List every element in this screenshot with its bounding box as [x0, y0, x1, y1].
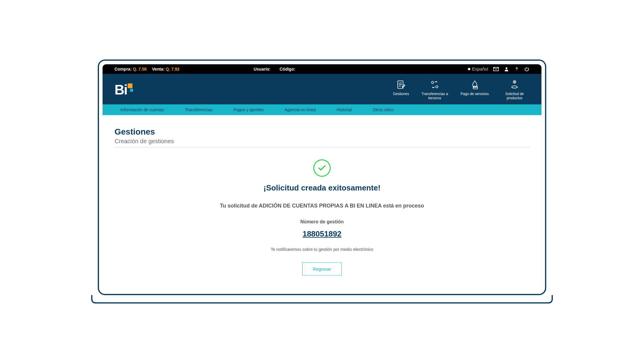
usuario-label: Usuario:	[254, 67, 271, 71]
action-gestiones[interactable]: Gestiones	[393, 79, 409, 100]
codigo-label: Código:	[280, 67, 295, 71]
droplet-card-icon	[469, 79, 480, 90]
power-icon[interactable]	[524, 66, 529, 72]
lang-dot-icon	[468, 68, 470, 70]
header-actions: Gestiones Transferencias a terceros Pago…	[393, 79, 529, 100]
compra-value: Q. 7.58	[133, 67, 146, 71]
logo[interactable]: Bi	[115, 83, 132, 97]
laptop-frame: Compra: Q. 7.58 Venta: Q. 7.92 Usuario: …	[98, 60, 546, 304]
notify-text: Te notificaremos sobre tu gestión por me…	[205, 247, 439, 252]
exchange-rates: Compra: Q. 7.58 Venta: Q. 7.92	[115, 67, 179, 71]
nav-agencia-linea[interactable]: Agencia en línea	[285, 107, 316, 112]
transfer-icon	[429, 79, 440, 90]
nav-transferencias[interactable]: Transferencias	[185, 107, 213, 112]
nav-historial[interactable]: Historial	[337, 107, 352, 112]
help-icon[interactable]	[514, 66, 519, 72]
action-transferencias[interactable]: Transferencias a terceros	[420, 79, 450, 100]
action-pago-servicios[interactable]: Pago de servicios	[460, 79, 489, 100]
success-title: ¡Solicitud creada exitosamente!	[205, 183, 439, 193]
topbar: Compra: Q. 7.58 Venta: Q. 7.92 Usuario: …	[103, 64, 541, 74]
success-check-icon	[313, 159, 331, 177]
action-gestiones-label: Gestiones	[393, 92, 409, 96]
svg-point-4	[436, 86, 438, 88]
action-transferencias-label: Transferencias a terceros	[420, 92, 450, 100]
logo-accent2-icon	[130, 89, 133, 92]
svg-point-3	[431, 81, 434, 83]
action-solicitud-productos[interactable]: Solicitud de productos	[500, 79, 529, 100]
page-title: Gestiones	[115, 127, 529, 137]
hand-plus-icon	[509, 79, 520, 90]
main-content: Gestiones Creación de gestiones ¡Solicit…	[103, 115, 541, 290]
action-pago-servicios-label: Pago de servicios	[460, 92, 489, 96]
gestion-number[interactable]: 188051892	[303, 229, 341, 239]
language-label: Español	[472, 66, 488, 71]
user-icon[interactable]	[504, 66, 509, 72]
compra-label: Compra:	[115, 67, 132, 71]
success-block: ¡Solicitud creada exitosamente! Tu solic…	[205, 159, 439, 275]
nav-pagos-aportes[interactable]: Pagos y aportes	[234, 107, 264, 112]
logo-accent-icon	[128, 83, 132, 88]
main-nav: Información de cuentas Transferencias Pa…	[103, 104, 541, 115]
mail-icon[interactable]	[493, 66, 499, 72]
venta-value: Q. 7.92	[166, 67, 179, 71]
gestion-label: Número de gestión	[205, 219, 439, 225]
header: Bi Gestiones Transferencias a terceros	[103, 74, 541, 105]
nav-informacion-cuentas[interactable]: Información de cuentas	[120, 107, 164, 112]
action-solicitud-productos-label: Solicitud de productos	[500, 92, 529, 100]
venta-label: Venta:	[152, 67, 164, 71]
svg-point-0	[506, 67, 507, 69]
success-message: Tu solicitud de ADICIÓN DE CUENTAS PROPI…	[205, 203, 439, 209]
nav-otros-sitios[interactable]: Otros sitios	[373, 107, 394, 112]
page-subtitle: Creación de gestiones	[115, 138, 529, 147]
laptop-base	[91, 295, 553, 303]
laptop-screen: Compra: Q. 7.58 Venta: Q. 7.92 Usuario: …	[98, 60, 546, 295]
language-selector[interactable]: Español	[468, 66, 488, 71]
back-button[interactable]: Regresar	[302, 263, 342, 275]
document-edit-icon	[396, 79, 406, 90]
svg-point-1	[516, 70, 517, 71]
